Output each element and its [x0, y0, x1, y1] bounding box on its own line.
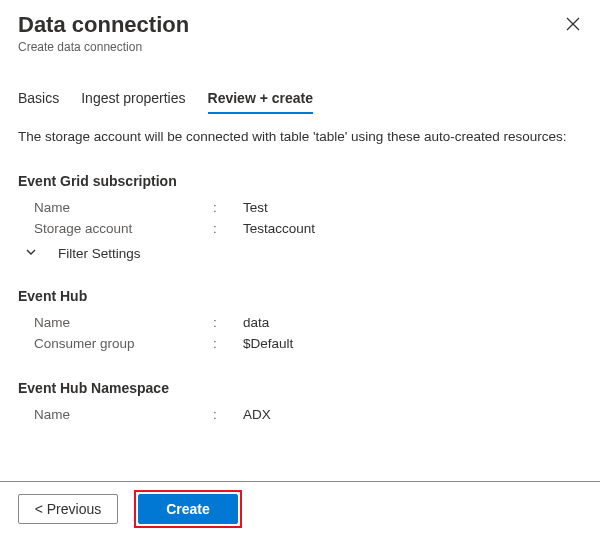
- chevron-down-icon: [24, 245, 38, 262]
- section-title-event-hub: Event Hub: [18, 288, 582, 304]
- page-subtitle: Create data connection: [18, 40, 189, 54]
- filter-settings-toggle[interactable]: Filter Settings: [18, 239, 582, 262]
- create-highlight: Create: [134, 490, 242, 528]
- tabs: Basics Ingest properties Review + create: [18, 84, 582, 114]
- section-event-hub: Event Hub Name : data Consumer group : $…: [18, 288, 582, 354]
- eh-name-value: data: [243, 315, 269, 330]
- tab-basics[interactable]: Basics: [18, 84, 59, 114]
- filter-settings-label: Filter Settings: [52, 246, 141, 261]
- close-icon: [566, 15, 580, 35]
- section-event-hub-namespace: Event Hub Namespace Name : ADX: [18, 380, 582, 425]
- ns-name-label: Name: [18, 407, 213, 422]
- section-event-grid: Event Grid subscription Name : Test Stor…: [18, 173, 582, 262]
- eh-consumer-label: Consumer group: [18, 336, 213, 351]
- create-button[interactable]: Create: [138, 494, 238, 524]
- tab-review-create[interactable]: Review + create: [208, 84, 313, 114]
- eg-storage-value: Testaccount: [243, 221, 315, 236]
- eg-name-label: Name: [18, 200, 213, 215]
- intro-text: The storage account will be connected wi…: [18, 128, 582, 147]
- section-title-event-grid: Event Grid subscription: [18, 173, 582, 189]
- eg-name-value: Test: [243, 200, 268, 215]
- tab-ingest-properties[interactable]: Ingest properties: [81, 84, 185, 114]
- eh-consumer-value: $Default: [243, 336, 293, 351]
- eh-name-label: Name: [18, 315, 213, 330]
- eg-storage-label: Storage account: [18, 221, 213, 236]
- ns-name-value: ADX: [243, 407, 271, 422]
- previous-button[interactable]: < Previous: [18, 494, 118, 524]
- section-title-namespace: Event Hub Namespace: [18, 380, 582, 396]
- page-title: Data connection: [18, 12, 189, 38]
- close-button[interactable]: [564, 12, 582, 38]
- footer: < Previous Create: [0, 476, 600, 542]
